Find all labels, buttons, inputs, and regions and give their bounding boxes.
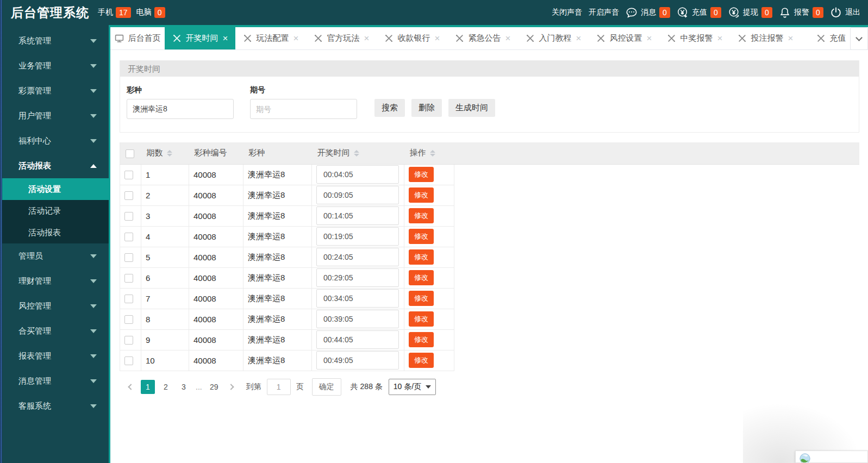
draw-time-input[interactable] bbox=[316, 310, 399, 328]
floating-widget[interactable] bbox=[795, 451, 868, 463]
caret-icon bbox=[90, 329, 97, 333]
issue-input[interactable] bbox=[250, 99, 357, 119]
edit-button[interactable]: 修改 bbox=[409, 229, 434, 244]
sidebar-item[interactable]: 理财管理 bbox=[2, 268, 109, 293]
tab-close-icon[interactable]: × bbox=[223, 34, 228, 43]
edit-button[interactable]: 修改 bbox=[409, 187, 434, 203]
draw-time-input[interactable] bbox=[316, 289, 399, 308]
edit-button[interactable]: 修改 bbox=[409, 208, 434, 223]
search-button[interactable]: 搜索 bbox=[374, 99, 405, 117]
sort-icon[interactable] bbox=[430, 150, 435, 157]
sidebar-subitem[interactable]: 活动设置 bbox=[2, 178, 109, 200]
select-all-checkbox[interactable] bbox=[126, 149, 134, 158]
sidebar-subitem-label: 活动记录 bbox=[28, 206, 61, 216]
generate-time-button[interactable]: 生成时间 bbox=[448, 99, 495, 117]
tab-close-icon[interactable]: × bbox=[364, 34, 370, 43]
sort-icon[interactable] bbox=[354, 150, 359, 157]
row-checkbox[interactable] bbox=[124, 356, 133, 365]
sidebar-item[interactable]: 管理员 bbox=[2, 243, 109, 268]
row-checkbox[interactable] bbox=[124, 212, 133, 221]
tools-icon bbox=[667, 34, 676, 43]
sort-icon[interactable] bbox=[167, 150, 172, 157]
sidebar-item[interactable]: 业务管理 bbox=[2, 53, 109, 78]
prev-page-button[interactable] bbox=[123, 380, 137, 394]
tab-label: 紧急公告 bbox=[469, 33, 501, 43]
tab[interactable]: 中奖报警 × bbox=[659, 27, 730, 49]
draw-time-input[interactable] bbox=[316, 268, 399, 287]
recharge-item[interactable]: 充值 0 bbox=[677, 7, 721, 18]
confirm-button[interactable]: 确定 bbox=[312, 378, 341, 396]
edit-button[interactable]: 修改 bbox=[409, 332, 434, 347]
page-number-29[interactable]: 29 bbox=[207, 380, 221, 394]
tab-overflow-button[interactable] bbox=[850, 27, 868, 50]
tab[interactable]: 开奖时间 × bbox=[165, 27, 235, 49]
tab-close-icon[interactable]: × bbox=[576, 34, 582, 43]
sidebar-item[interactable]: 报表管理 bbox=[2, 343, 109, 368]
row-checkbox[interactable] bbox=[124, 253, 133, 262]
sidebar-item[interactable]: 用户管理 bbox=[2, 103, 109, 128]
page-number-1[interactable]: 1 bbox=[141, 380, 155, 394]
sidebar-item[interactable]: 彩票管理 bbox=[2, 78, 109, 103]
logout-button[interactable]: 退出 bbox=[830, 7, 860, 18]
alarm-item[interactable]: 报警 0 bbox=[779, 7, 823, 18]
tab[interactable]: 收款银行 × bbox=[377, 27, 447, 49]
monitor-icon bbox=[115, 34, 124, 43]
edit-button[interactable]: 修改 bbox=[409, 353, 434, 368]
tab[interactable]: 后台首页 × bbox=[110, 27, 165, 49]
tab-close-icon[interactable]: × bbox=[505, 34, 511, 43]
row-checkbox[interactable] bbox=[124, 315, 133, 324]
messages-item[interactable]: 消息 0 bbox=[626, 7, 670, 18]
tab[interactable]: 紧急公告 × bbox=[447, 27, 518, 49]
sidebar-item[interactable]: 合买管理 bbox=[2, 318, 109, 343]
tab[interactable]: 投注报警 × bbox=[730, 27, 801, 49]
page-number-2[interactable]: 2 bbox=[159, 380, 173, 394]
edit-button[interactable]: 修改 bbox=[409, 270, 434, 285]
lottery-input[interactable] bbox=[127, 99, 234, 119]
page-number-3[interactable]: 3 bbox=[177, 380, 191, 394]
sidebar-item[interactable]: 消息管理 bbox=[2, 368, 109, 393]
draw-time-input[interactable] bbox=[316, 351, 399, 370]
next-page-button[interactable] bbox=[225, 380, 239, 394]
delete-button[interactable]: 删除 bbox=[411, 99, 442, 117]
sidebar-item[interactable]: 风控管理 bbox=[2, 293, 109, 318]
sidebar-item[interactable]: 福利中心 bbox=[2, 128, 109, 153]
sound-on-link[interactable]: 开启声音 bbox=[589, 8, 619, 17]
tab[interactable]: 玩法配置 × bbox=[235, 27, 306, 49]
sidebar-item-label: 活动报表 bbox=[18, 161, 51, 171]
sound-off-link[interactable]: 关闭声音 bbox=[552, 8, 582, 17]
draw-time-input[interactable] bbox=[316, 248, 399, 266]
code-cell: 40008 bbox=[189, 309, 243, 329]
draw-time-input[interactable] bbox=[316, 207, 399, 225]
row-checkbox[interactable] bbox=[124, 233, 133, 241]
edit-button[interactable]: 修改 bbox=[409, 311, 434, 327]
edit-button[interactable]: 修改 bbox=[409, 291, 434, 306]
row-checkbox[interactable] bbox=[124, 336, 133, 345]
sidebar-item-label: 福利中心 bbox=[18, 136, 51, 146]
row-checkbox[interactable] bbox=[124, 295, 133, 303]
tab-close-icon[interactable]: × bbox=[717, 34, 723, 43]
draw-time-input[interactable] bbox=[316, 227, 399, 246]
row-checkbox[interactable] bbox=[124, 274, 133, 283]
sidebar-item[interactable]: 系统管理 bbox=[2, 28, 109, 53]
tab-close-icon[interactable]: × bbox=[647, 34, 652, 43]
sidebar-item[interactable]: 活动报表 bbox=[2, 153, 109, 178]
row-checkbox[interactable] bbox=[124, 171, 133, 179]
sidebar-subitem[interactable]: 活动记录 bbox=[2, 200, 109, 222]
page-size-select[interactable]: 10 条/页 bbox=[389, 379, 436, 395]
withdraw-item[interactable]: 提现 0 bbox=[728, 7, 772, 18]
row-checkbox[interactable] bbox=[124, 191, 133, 200]
sidebar-subitem[interactable]: 活动报表 bbox=[2, 222, 109, 243]
tab-close-icon[interactable]: × bbox=[788, 34, 794, 43]
draw-time-input[interactable] bbox=[316, 165, 399, 184]
goto-page-input[interactable] bbox=[267, 379, 291, 395]
tab[interactable]: 官方玩法 × bbox=[306, 27, 377, 49]
tab[interactable]: 入门教程 × bbox=[518, 27, 589, 49]
tab[interactable]: 风控设置 × bbox=[589, 27, 659, 49]
draw-time-input[interactable] bbox=[316, 330, 399, 349]
sidebar-item[interactable]: 客服系统 bbox=[2, 393, 109, 418]
edit-button[interactable]: 修改 bbox=[409, 249, 434, 265]
tab-close-icon[interactable]: × bbox=[294, 34, 299, 43]
draw-time-input[interactable] bbox=[316, 186, 399, 204]
edit-button[interactable]: 修改 bbox=[409, 167, 434, 182]
tab-close-icon[interactable]: × bbox=[435, 34, 440, 43]
